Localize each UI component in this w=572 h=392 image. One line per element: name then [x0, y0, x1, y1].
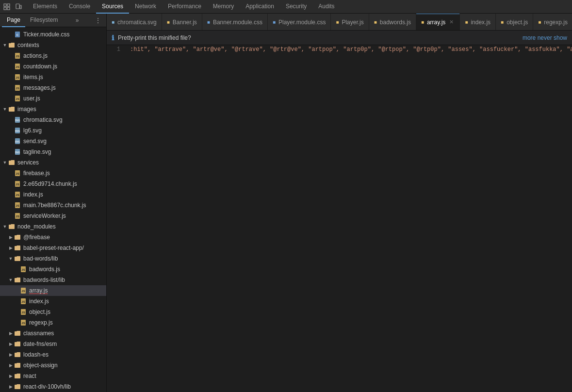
list-item[interactable]: JS user.js [0, 93, 106, 104]
tab-label: index.js [471, 19, 490, 26]
tree-item-label: object.js [29, 309, 50, 315]
tab-label: Player.js [342, 19, 363, 26]
list-item[interactable]: ▼ bad-words/lib [0, 253, 106, 264]
list-item[interactable]: ▶ object-assign [0, 360, 106, 371]
list-item[interactable]: JS badwords.js [0, 264, 106, 275]
tree-arrow: ▼ [8, 277, 14, 283]
folder-icon [8, 223, 16, 230]
tab-memory[interactable]: Memory [207, 0, 240, 14]
list-item[interactable]: ▶ @firebase [0, 232, 106, 243]
js-file-icon: JS [14, 169, 21, 177]
file-tab-player-js[interactable]: ■ Player.js [331, 14, 369, 30]
list-item[interactable]: JS regexp.js [0, 317, 106, 328]
tab-sources[interactable]: Sources [96, 0, 129, 14]
list-item[interactable]: ▶ date-fns/esm [0, 339, 106, 349]
list-item[interactable]: JS messages.js [0, 82, 106, 93]
tree-item-label: babel-preset-react-app/ [23, 245, 84, 251]
tree-item-label: items.js [23, 74, 43, 81]
file-tab-index-js[interactable]: ■ index.js [460, 14, 496, 30]
tree-item-label: Ticker.module.css [23, 31, 70, 38]
file-tab-player-css[interactable]: ■ Player.module.css [268, 14, 331, 30]
tree-item-label: badwords-list/lib [23, 277, 65, 283]
list-item[interactable]: SVG lg6.svg [0, 125, 106, 136]
file-tab-regexp-js[interactable]: ■ regexp.js [533, 14, 572, 30]
list-item[interactable]: ▶ react-div-100vh/lib [0, 381, 106, 392]
list-item[interactable]: JS main.7be8867c.chunk.js [0, 200, 106, 211]
js-file-icon: JS [19, 319, 27, 327]
tree-item-label: index.js [29, 298, 49, 305]
tab-elements[interactable]: Elements [27, 0, 63, 14]
list-item[interactable]: ▼ images [0, 104, 106, 114]
inspect-icon[interactable] [2, 2, 12, 12]
tree-item-label: images [17, 106, 36, 113]
list-item[interactable]: SVG tagline.svg [0, 147, 106, 157]
tree-item-label: regexp.js [29, 319, 53, 326]
svg-text:JS: JS [16, 172, 19, 175]
tree-item-label: badwords.js [29, 266, 60, 273]
list-item[interactable]: JS firebase.js [0, 168, 106, 179]
list-item[interactable]: ▶ lodash-es [0, 349, 106, 360]
tree-arrow: ▶ [8, 234, 14, 240]
more-never-show-link[interactable]: more never show [523, 34, 567, 41]
tree-item-label: chromatica.svg [23, 116, 63, 123]
list-item[interactable]: JS serviceWorker.js [0, 211, 106, 221]
subtabs-more-button[interactable]: » [74, 17, 81, 24]
svg-text:SVG: SVG [15, 151, 20, 154]
list-item[interactable]: ▶ babel-preset-react-app/ [0, 243, 106, 253]
js-tab-icon: ■ [374, 19, 377, 25]
list-item[interactable]: JS countdown.js [0, 61, 106, 72]
subtabs-options-button[interactable]: ⋮ [92, 16, 104, 24]
tree-item-label: @firebase [23, 234, 50, 241]
svg-text:C: C [16, 33, 19, 36]
device-toggle-icon[interactable] [14, 2, 23, 12]
file-tab-badwords-js[interactable]: ■ badwords.js [369, 14, 416, 30]
svg-text:JS: JS [16, 215, 19, 218]
tree-item-label: node_modules [17, 223, 56, 230]
list-item[interactable]: JS items.js [0, 72, 106, 82]
list-item[interactable]: JS actions.js [0, 50, 106, 61]
tab-label: Player.module.css [278, 19, 326, 26]
list-item[interactable]: ▶ react [0, 371, 106, 381]
list-item[interactable]: C Ticker.module.css [0, 29, 106, 40]
file-tab-array-js[interactable]: ■ array.js ✕ [416, 14, 460, 30]
tab-application[interactable]: Application [240, 0, 280, 14]
subtab-page[interactable]: Page [2, 14, 25, 27]
tree-item-label: actions.js [23, 52, 48, 59]
folder-icon [8, 105, 16, 113]
file-tab-object-js[interactable]: ■ object.js [496, 14, 533, 30]
list-item[interactable]: SVG chromatica.svg [0, 114, 106, 125]
tab-close-button[interactable]: ✕ [448, 19, 455, 25]
svg-text:JS: JS [16, 87, 19, 90]
list-item[interactable]: ▼ node_modules [0, 221, 106, 232]
file-tab-banner-js[interactable]: ■ Banner.js [162, 14, 202, 30]
list-item[interactable]: JS index.js [0, 296, 106, 307]
svg-text:JS: JS [16, 194, 19, 196]
list-item[interactable]: ▶ classnames [0, 328, 106, 339]
tree-item-label: firebase.js [23, 170, 50, 177]
svg-text:JS: JS [16, 76, 19, 79]
list-item[interactable]: ▼ contexts [0, 40, 106, 50]
js-file-icon: JS [14, 52, 21, 60]
list-item[interactable]: JS object.js [0, 307, 106, 317]
js-file-icon: JS [14, 84, 21, 92]
tab-network[interactable]: Network [129, 0, 162, 14]
svg-text:JS: JS [21, 268, 25, 271]
file-tab-banner-css[interactable]: ■ Banner.module.css [202, 14, 268, 30]
file-tab-chromatica-svg[interactable]: ■ chromatica.svg [107, 14, 162, 30]
subtab-filesystem[interactable]: Filesystem [25, 14, 63, 27]
js-tab-icon: ■ [167, 19, 170, 25]
list-item[interactable]: JS array.js [0, 285, 106, 296]
list-item[interactable]: ▼ badwords-list/lib [0, 275, 106, 285]
tab-console[interactable]: Console [63, 0, 96, 14]
file-tree: C Ticker.module.css ▼ contexts JS action… [0, 27, 106, 392]
list-item[interactable]: SVG send.svg [0, 136, 106, 147]
tab-performance[interactable]: Performance [162, 0, 207, 14]
folder-icon [14, 340, 21, 348]
list-item[interactable]: JS 2.e65d9714.chunk.js [0, 179, 106, 189]
tab-audits[interactable]: Audits [312, 0, 340, 14]
list-item[interactable]: ▼ services [0, 157, 106, 168]
tab-security[interactable]: Security [280, 0, 312, 14]
code-editor[interactable]: 1 :hit", "artrave", "artr@ve", "@rtrave"… [107, 45, 572, 392]
js-tab-icon: ■ [421, 19, 424, 25]
list-item[interactable]: JS index.js [0, 189, 106, 200]
